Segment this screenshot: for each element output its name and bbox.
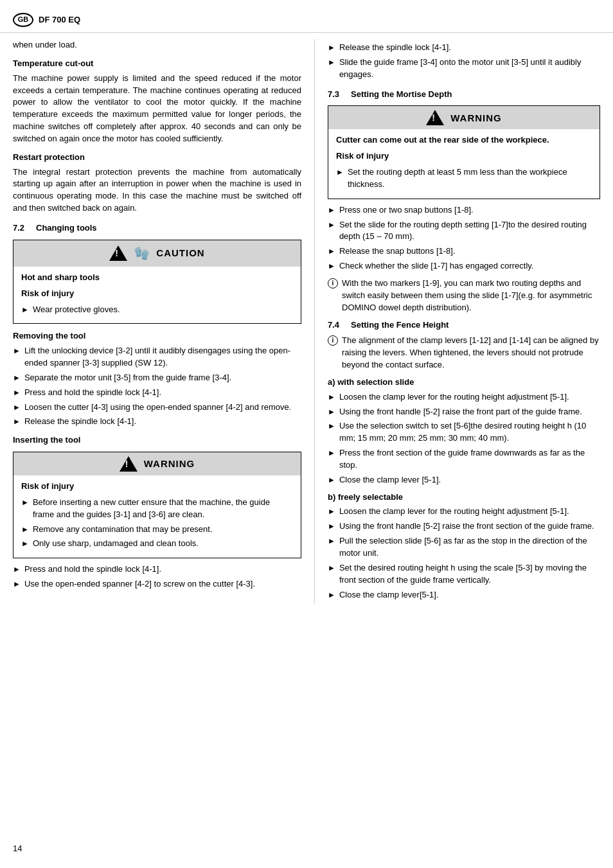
sub-b-bullet-3: ► Set the desired routing height h using… [328,562,600,587]
s73-bullet-0: ► Press one or two snap buttons [1-8]. [328,204,600,217]
sub-b-bullet-1: ► Using the front handle [5-2] raise the… [328,520,600,533]
sub-b-heading: b) freely selectable [328,492,600,504]
warning-title-1: WARNING [144,457,195,471]
info-bullet-1: i With the two markers [1-9], you can ma… [328,278,600,314]
warning-body-1: Risk of injury ► Before inserting a new … [13,475,301,558]
warning-triangle-icon-2 [426,110,444,125]
restart-heading: Restart protection [13,152,301,164]
warning-header-2: WARNING [328,106,600,129]
info-bullet-2: i The alignment of the clamp levers [1-1… [328,335,600,371]
removing-tool-heading: Removing the tool [13,330,301,342]
removing-bullet-3: ► Loosen the cutter [4-3] using the open… [13,402,301,414]
caution-box: 🧤 CAUTION Hot and sharp tools Risk of in… [13,240,301,324]
model-name: DF 700 EQ [39,14,80,26]
section-74-header: 7.4 Setting the Fence Height [328,319,600,332]
section-73-num: 7.3 [328,89,346,101]
warning-bullet-1-0: ► Before inserting a new cutter ensure t… [21,497,293,521]
section-72-title: Changing tools [36,222,97,235]
removing-bullet-4: ► Release the spindle lock [4-1]. [13,416,301,428]
inserting-bullets: ► Press and hold the spindle lock [4-1].… [13,563,301,590]
caution-triangle-icon [109,245,127,261]
removing-bullet-1: ► Separate the motor unit [3-5] from the… [13,372,301,384]
temp-cutout-heading: Temperature cut-out [13,58,301,70]
glove-icon: 🧤 [134,244,150,263]
warning-bullets-1: ► Before inserting a new cutter ensure t… [21,497,293,550]
removing-bullet-0: ► Lift the unlocking device [3-2] until … [13,345,301,369]
info-icon-1: i [328,278,338,288]
sub-a-bullet-1: ► Using the front handle [5-2] raise the… [328,406,600,418]
warning-body-2: Cutter can come out at the rear side of … [328,129,600,198]
warning-box-1: WARNING Risk of injury ► Before insertin… [13,452,301,558]
section73-bullets: ► Press one or two snap buttons [1-8]. ►… [328,204,600,272]
s73-bullet-3: ► Check whether the slide [1-7] has enga… [328,260,600,272]
caution-bullet-1: ► Wear protective gloves. [21,304,293,316]
caution-title: CAUTION [156,246,204,260]
info-icon-2: i [328,335,338,346]
warning-risk-heading-1: Risk of injury [21,481,293,493]
caution-header: 🧤 CAUTION [13,240,301,267]
section-72-header: 7.2 Changing tools [13,222,301,235]
sub-b-bullet-4: ► Close the clamp lever[5-1]. [328,589,600,601]
sub-a-bullet-3: ► Press the front section of the guide f… [328,447,600,472]
temp-cutout-body: The machine power supply is limited and … [13,73,301,145]
gb-badge: GB [13,13,33,27]
caution-risk-subheading: Risk of injury [21,288,293,300]
inserting-bullet-1: ► Use the open-ended spanner [4-2] to sc… [13,578,301,590]
warning-danger-text: Cutter can come out at the rear side of … [336,134,592,146]
inserting-bullet-0: ► Press and hold the spindle lock [4-1]. [13,563,301,576]
sub-b-bullet-0: ► Loosen the clamp lever for the routing… [328,506,600,518]
sub-a-heading: a) with selection slide [328,376,600,389]
caution-body: Hot and sharp tools Risk of injury ► Wea… [13,267,301,324]
top-bullet-1: ► Slide the guide frame [3-4] onto the m… [328,57,600,81]
warning-bullets-2: ► Set the routing depth at least 5 mm le… [336,166,592,191]
warning-bullet-1-1: ► Remove any contamination that may be p… [21,524,293,536]
section-74-num: 7.4 [328,319,346,332]
sub-a-bullet-0: ► Loosen the clamp lever for the routing… [328,391,600,403]
sub-b-bullets: ► Loosen the clamp lever for the routing… [328,506,600,601]
caution-risk-heading: Hot and sharp tools [21,272,293,284]
s73-bullet-2: ► Release the snap buttons [1-8]. [328,245,600,258]
removing-bullet-2: ► Press and hold the spindle lock [4-1]. [13,387,301,399]
sub-a-bullets: ► Loosen the clamp lever for the routing… [328,391,600,486]
s73-bullet-1: ► Set the slide for the routing depth se… [328,219,600,244]
restart-body: The integral restart protection prevents… [13,166,301,215]
warning-title-2: WARNING [450,111,502,125]
warning-triangle-icon-1 [120,456,138,472]
section-73-title: Setting the Mortise Depth [351,89,452,101]
top-bullet-0: ► Release the spindle lock [4-1]. [328,42,600,54]
section-74-title: Setting the Fence Height [351,319,449,332]
warning-risk-heading-2: Risk of injury [336,150,592,163]
warning-box-2: WARNING Cutter can come out at the rear … [328,105,600,199]
warning-bullet-1-2: ► Only use sharp, undamaged and clean to… [21,538,293,550]
top-bullets: ► Release the spindle lock [4-1]. ► Slid… [328,42,600,81]
section-72-num: 7.2 [13,222,31,235]
bullet-arrow: ► [21,305,29,315]
sub-a-bullet-4: ► Close the clamp lever [5-1]. [328,474,600,486]
caution-bullets: ► Wear protective gloves. [21,304,293,316]
intro-text: when under load. [13,39,301,51]
warning-header-1: WARNING [13,452,301,475]
inserting-tool-heading: Inserting the tool [13,434,301,447]
page-number: 14 [13,843,22,855]
sub-b-bullet-2: ► Pull the selection slide [5-6] as far … [328,535,600,560]
section-73-header: 7.3 Setting the Mortise Depth [328,89,600,101]
removing-tool-bullets: ► Lift the unlocking device [3-2] until … [13,345,301,428]
warning-bullet-2-0: ► Set the routing depth at least 5 mm le… [336,166,592,191]
sub-a-bullet-2: ► Use the selection switch to set [5-6]t… [328,420,600,445]
